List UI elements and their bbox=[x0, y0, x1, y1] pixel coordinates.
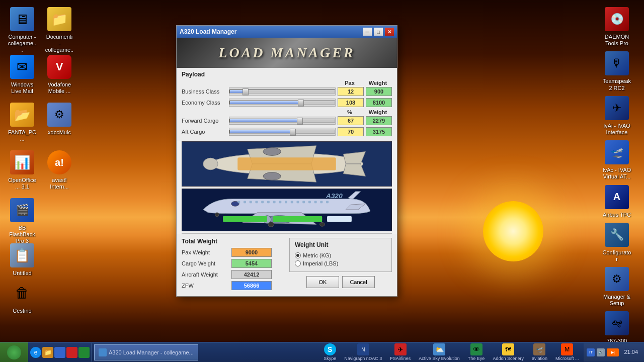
system-tray: IT 🔊 ▶| 21:04 bbox=[584, 343, 644, 361]
desktop-icon-computer[interactable]: 🖥 Computer - collegame... bbox=[4, 5, 40, 56]
banner-title: Load Manager bbox=[218, 45, 355, 61]
right-desktop-icons: 💿 DAEMON Tools Pro 🎙 Teamspeak 2 RC2 ✈ I… bbox=[599, 0, 644, 362]
economy-class-label: Economy Class bbox=[182, 100, 227, 106]
svg-rect-24 bbox=[250, 201, 252, 203]
weight-unit-section: Weight Unit Metric (KG) Imperial (LBS) bbox=[289, 238, 392, 292]
weight-unit-box: Weight Unit Metric (KG) Imperial (LBS) bbox=[289, 238, 392, 272]
desktop-icon-openoffice[interactable]: 📊 OpenOffice... 3.1 bbox=[4, 148, 40, 193]
minimize-button[interactable]: ─ bbox=[363, 28, 372, 36]
desktop-icon-avast[interactable]: a! avast! Intern... bbox=[41, 148, 77, 193]
desktop-icon-teamspeak[interactable]: 🎙 Teamspeak 2 RC2 bbox=[599, 49, 635, 94]
aft-cargo-slider[interactable] bbox=[229, 128, 336, 136]
aircraft-top-view bbox=[182, 141, 392, 187]
payload-section-label: Payload bbox=[182, 71, 392, 78]
economy-class-weight-value[interactable]: 8100 bbox=[366, 98, 392, 107]
zfw-row: ZFW 56866 bbox=[182, 281, 284, 290]
activesky-icon: ⛅ bbox=[433, 343, 445, 355]
zfw-label: ZFW bbox=[182, 283, 229, 289]
desktop-icon-fanta[interactable]: 📂 FANTA_PC... bbox=[4, 101, 40, 145]
business-class-row: Business Class 12 900 bbox=[182, 87, 392, 96]
metric-radio[interactable] bbox=[295, 252, 301, 258]
desktop-icon-untitled[interactable]: 📋 Untitled bbox=[4, 241, 40, 279]
taskbar-theeye[interactable]: 👁 The Eye bbox=[465, 342, 488, 362]
aft-cargo-pct-value[interactable]: 70 bbox=[338, 127, 364, 136]
svg-rect-30 bbox=[285, 201, 287, 203]
desktop-icon-xdcc[interactable]: ⚙ xdccMulc bbox=[41, 101, 77, 138]
load-manager-dialog: A320 Load Manager ─ □ ✕ Load Manager Pay… bbox=[176, 25, 397, 297]
business-class-label: Business Class bbox=[182, 88, 227, 95]
zfw-value[interactable]: 56866 bbox=[231, 281, 272, 290]
taskbar-fsairlines[interactable]: ✈ FSAirlines bbox=[387, 342, 414, 362]
svg-point-8 bbox=[263, 172, 281, 180]
pax-weight-label: Pax Weight bbox=[182, 249, 229, 255]
taskbar-activesky[interactable]: ⛅ Active Sky Evolution bbox=[416, 342, 463, 362]
ok-button[interactable]: OK bbox=[306, 276, 339, 288]
taskbar-window-label: A320 Load Manager - collegame... bbox=[109, 349, 194, 355]
imperial-radio[interactable] bbox=[295, 260, 301, 266]
cargo-column-headers: % Weight bbox=[182, 109, 392, 115]
navigraph-icon: N bbox=[357, 343, 369, 355]
theeye-icon: 👁 bbox=[470, 343, 482, 355]
system-clock: 21:04 bbox=[621, 348, 641, 356]
business-class-weight-value[interactable]: 900 bbox=[366, 87, 392, 96]
aircraft-weight-value[interactable]: 42412 bbox=[231, 270, 272, 279]
forward-cargo-weight-value[interactable]: 2279 bbox=[366, 116, 392, 125]
word-icon[interactable] bbox=[54, 347, 65, 358]
svg-point-15 bbox=[268, 222, 274, 227]
economy-class-slider[interactable] bbox=[229, 99, 336, 107]
forward-cargo-row: Forward Cargo 67 2279 bbox=[182, 116, 392, 125]
quick-launch-bar: e 📁 bbox=[28, 343, 92, 361]
aviation-icon: 🛫 bbox=[533, 343, 545, 355]
economy-class-pax-value[interactable]: 108 bbox=[338, 98, 364, 107]
maximize-button[interactable]: □ bbox=[374, 28, 383, 36]
weight-unit-title: Weight Unit bbox=[295, 241, 386, 248]
taskbar-active-window[interactable]: A320 Load Manager - collegame... bbox=[94, 344, 198, 360]
aft-cargo-weight-value[interactable]: 3175 bbox=[366, 127, 392, 136]
cargo-weight-value[interactable]: 5454 bbox=[231, 259, 272, 268]
desktop-icon-vodafone[interactable]: V Vodafone Mobile ... bbox=[41, 53, 77, 97]
business-class-slider[interactable] bbox=[229, 87, 336, 96]
dialog-title: A320 Load Manager bbox=[180, 28, 361, 35]
ie-icon[interactable]: e bbox=[30, 347, 41, 358]
taskbar-apps-row: S Skype N Navigraph nDAC 3 ✈ FSAirlines … bbox=[318, 342, 584, 362]
taskbar-navigraph[interactable]: N Navigraph nDAC 3 bbox=[341, 342, 385, 362]
metric-radio-dot bbox=[296, 254, 299, 257]
volume-icon[interactable]: 🔊 bbox=[597, 348, 605, 356]
imperial-radio-row[interactable]: Imperial (LBS) bbox=[295, 260, 386, 266]
forward-cargo-slider[interactable] bbox=[229, 117, 336, 125]
svg-rect-18 bbox=[223, 216, 267, 222]
weight-summary: Total Weight Pax Weight 9000 Cargo Weigh… bbox=[182, 238, 284, 292]
desktop-icon-airbus[interactable]: A Airbus TPC bbox=[599, 183, 635, 221]
desktop-icon-ivac[interactable]: 🛫 IvAc - IVAO Virtual AT... bbox=[599, 138, 635, 183]
desktop-icon-manager[interactable]: ⚙ Manager & Setup bbox=[599, 265, 635, 309]
pax-weight-row: Pax Weight 9000 bbox=[182, 248, 284, 257]
indicator-icon[interactable]: ▶| bbox=[607, 348, 619, 356]
pax-weight-value[interactable]: 9000 bbox=[231, 248, 272, 257]
windows-logo bbox=[7, 345, 21, 359]
metric-radio-row[interactable]: Metric (KG) bbox=[295, 252, 386, 258]
taskbar-skype[interactable]: S Skype bbox=[320, 342, 339, 362]
desktop-icon-ivai[interactable]: ✈ IvAi - IVAO Interface bbox=[599, 94, 635, 138]
dialog-buttons: OK Cancel bbox=[289, 272, 392, 288]
taskbar-microsoft[interactable]: M Microsoft ... bbox=[552, 342, 582, 362]
network-icon[interactable]: IT bbox=[587, 348, 595, 356]
desktop-icon-windows-live[interactable]: ✉ Windows Live Mail bbox=[4, 53, 40, 97]
pax-col-header: Pax bbox=[336, 80, 364, 86]
svg-rect-6 bbox=[237, 157, 336, 170]
folder-icon[interactable]: 📁 bbox=[42, 347, 53, 358]
desktop-icon-daemon[interactable]: 💿 DAEMON Tools Pro bbox=[599, 5, 635, 49]
taskbar-aviation[interactable]: 🛫 aviation bbox=[529, 342, 550, 362]
desktop-icon-configurator[interactable]: 🔧 Configurator bbox=[599, 221, 635, 265]
desktop-icon-cestino[interactable]: 🗑 Cestino bbox=[4, 279, 40, 317]
close-button[interactable]: ✕ bbox=[385, 28, 394, 36]
aircraft-side-view: A320 bbox=[182, 189, 392, 231]
start-button[interactable] bbox=[0, 342, 28, 363]
taskbar-addon-scenery[interactable]: 🗺 Addon Scenery bbox=[490, 342, 527, 362]
pdf-icon[interactable] bbox=[66, 347, 77, 358]
app5-icon[interactable] bbox=[78, 347, 90, 358]
forward-cargo-pct-value[interactable]: 67 bbox=[338, 116, 364, 125]
taskbar-window-icon bbox=[99, 348, 107, 356]
cancel-button[interactable]: Cancel bbox=[342, 276, 375, 288]
business-class-pax-value[interactable]: 12 bbox=[338, 87, 364, 96]
economy-class-row: Economy Class 108 8100 bbox=[182, 98, 392, 107]
